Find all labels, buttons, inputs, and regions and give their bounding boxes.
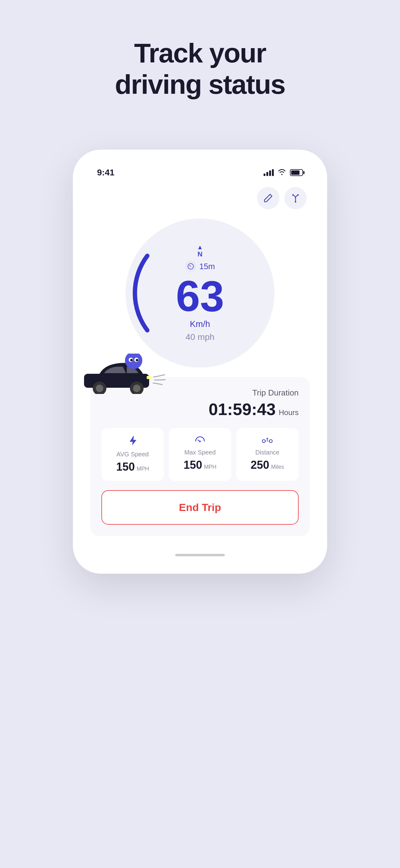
svg-point-13 xyxy=(130,359,133,361)
fork-icon xyxy=(291,193,300,203)
status-time: 9:41 xyxy=(97,168,114,178)
car-illustration xyxy=(82,353,168,395)
pencil-icon xyxy=(263,193,273,203)
battery-icon xyxy=(290,169,303,176)
compass-arrow-icon: ▲ xyxy=(197,244,203,250)
svg-point-17 xyxy=(269,440,272,442)
speedometer-icon xyxy=(195,436,205,446)
car-svg xyxy=(82,353,168,394)
speed-mph: 40 mph xyxy=(186,332,214,342)
app-content: ▲ N 15m 63 Km/h 40 mp xyxy=(82,181,318,548)
max-speed-value: 150 MPH xyxy=(184,459,216,471)
trip-info-section: Trip Duration 01:59:43 Hours xyxy=(90,377,310,536)
wifi-icon xyxy=(277,168,286,177)
speedometer-container: ▲ N 15m 63 Km/h 40 mp xyxy=(93,219,307,368)
status-icons xyxy=(264,168,303,177)
page-title: Track your driving status xyxy=(115,37,285,100)
trip-duration-value: 01:59:43 Hours xyxy=(209,400,299,419)
distance-indicator: 15m xyxy=(199,262,215,271)
svg-point-8 xyxy=(133,385,140,392)
speed-arc xyxy=(120,243,151,343)
distance-label: Distance xyxy=(255,449,279,456)
distance-value: 250 Miles xyxy=(251,459,284,471)
max-speed-card: Max Speed 150 MPH xyxy=(169,428,231,481)
speedometer: ▲ N 15m 63 Km/h 40 mp xyxy=(126,219,274,368)
trip-duration-unit: Hours xyxy=(279,408,299,417)
speed-unit: Km/h xyxy=(190,319,210,329)
svg-point-15 xyxy=(199,441,201,442)
speed-icon-row: 15m xyxy=(185,261,215,272)
signal-icon xyxy=(264,169,274,176)
svg-point-16 xyxy=(262,440,265,442)
max-speed-label: Max Speed xyxy=(184,449,215,456)
speed-value: 63 xyxy=(176,274,224,318)
home-bar xyxy=(175,554,225,556)
edit-button[interactable] xyxy=(257,187,279,209)
gauge-icon xyxy=(187,263,194,270)
stats-row: AVG Speed 150 MPH xyxy=(101,428,299,481)
trip-duration-label: Trip Duration xyxy=(253,388,299,398)
compass-direction: N xyxy=(198,250,202,258)
distance-card: Distance 250 Miles xyxy=(236,428,299,481)
svg-rect-9 xyxy=(147,376,151,379)
phone-frame: 9:41 xyxy=(73,150,327,574)
svg-point-14 xyxy=(136,359,138,361)
avg-speed-label: AVG Speed xyxy=(116,451,149,458)
distance-icon xyxy=(262,436,272,446)
home-indicator xyxy=(82,548,318,564)
svg-point-1 xyxy=(297,194,299,196)
compass-indicator: ▲ N xyxy=(197,244,203,258)
svg-point-0 xyxy=(292,194,294,196)
avg-speed-value: 150 MPH xyxy=(116,460,149,473)
lightning-icon xyxy=(128,436,137,448)
route-button[interactable] xyxy=(284,187,307,209)
phone-screen: 9:41 xyxy=(82,159,318,564)
svg-point-2 xyxy=(295,201,296,203)
svg-point-6 xyxy=(96,385,103,392)
avg-speed-card: AVG Speed 150 MPH xyxy=(101,428,164,481)
speed-limit-icon xyxy=(185,261,196,272)
end-trip-button[interactable]: End Trip xyxy=(101,490,299,525)
top-actions xyxy=(93,187,307,209)
status-bar: 9:41 xyxy=(82,159,318,181)
